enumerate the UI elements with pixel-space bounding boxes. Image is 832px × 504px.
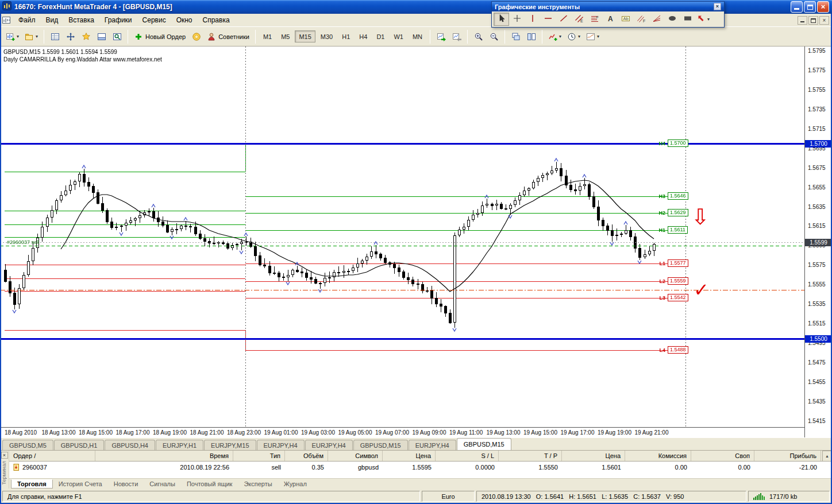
- metaeditor-button[interactable]: [188, 29, 204, 44]
- column-header-3[interactable]: Объём: [285, 451, 328, 461]
- price-chart-canvas[interactable]: [0, 46, 804, 427]
- rectangle-tool-button[interactable]: [680, 13, 695, 26]
- column-header-10[interactable]: Своп: [691, 451, 754, 461]
- templates-button[interactable]: ▾: [583, 29, 602, 44]
- profiles-button[interactable]: ▾: [22, 29, 41, 44]
- chart-tab-7-gbpusd-m15[interactable]: GBPUSD,M15: [353, 440, 408, 450]
- minimize-button[interactable]: [791, 1, 803, 13]
- timeframe-m5-button[interactable]: M5: [277, 30, 294, 42]
- vertical-line-tool-button[interactable]: [525, 13, 540, 26]
- timeframe-m15-button[interactable]: M15: [295, 30, 315, 42]
- column-header-9[interactable]: Комиссия: [625, 451, 691, 461]
- app-icon: [2, 1, 11, 13]
- close-button[interactable]: ×: [817, 1, 829, 13]
- column-header-5[interactable]: Цена: [383, 451, 436, 461]
- strategy-tester-button[interactable]: [109, 29, 125, 44]
- menu-item-4[interactable]: Сервис: [137, 14, 171, 26]
- column-header-0[interactable]: Ордер /: [9, 451, 95, 461]
- tiles-icon: [527, 32, 536, 41]
- timeframe-h1-button[interactable]: H1: [338, 30, 354, 42]
- chart-tab-0-gbpusd-m5[interactable]: GBPUSD,M5: [2, 440, 53, 450]
- terminal-close-button[interactable]: ×: [1, 452, 8, 459]
- chart-tab-4-eurjpy-m15[interactable]: EURJPY,M15: [204, 440, 256, 450]
- price-axis[interactable]: 1.57951.57751.57551.57351.57151.56951.56…: [804, 46, 832, 437]
- chart-tab-6-eurjpy-h4[interactable]: EURJPY,H4: [305, 440, 353, 450]
- terminal-tab-2[interactable]: Новости: [108, 479, 144, 489]
- chart-tab-8-eurjpy-h4[interactable]: EURJPY,H4: [409, 440, 456, 450]
- fibonacci-fan-tool-button[interactable]: [649, 13, 664, 26]
- fibonacci-channel-tool-button[interactable]: F: [633, 13, 649, 26]
- chart-shift-button[interactable]: [449, 29, 464, 44]
- menu-item-1[interactable]: Вид: [41, 14, 64, 26]
- terminal-toggle-button[interactable]: [94, 29, 109, 44]
- column-header-1[interactable]: Время: [95, 451, 233, 461]
- menu-item-3[interactable]: Графики: [99, 14, 137, 26]
- fibonacci-channel-icon: F: [637, 14, 646, 25]
- floating-toolbar-titlebar[interactable]: Графические инструменты ×: [492, 2, 724, 11]
- terminal-tab-3[interactable]: Сигналы: [144, 479, 181, 489]
- crosshair-tool-button[interactable]: [509, 13, 525, 26]
- mdi-close-button[interactable]: ×: [819, 16, 829, 25]
- text-tool-button[interactable]: A: [602, 13, 618, 26]
- terminal-tab-0[interactable]: Торговля: [11, 479, 53, 489]
- terminal-tab-4[interactable]: Почтовый ящик: [181, 479, 238, 489]
- timeframe-m1-button[interactable]: M1: [259, 30, 276, 42]
- red-check-object[interactable]: ✓: [694, 281, 709, 299]
- floating-toolbar-close-button[interactable]: ×: [714, 3, 721, 10]
- terminal-tab-1[interactable]: История Счета: [53, 479, 108, 489]
- chart-tab-1-gbpusd-h1[interactable]: GBPUSD,H1: [54, 440, 105, 450]
- fibonacci-retracement-tool-button[interactable]: F: [587, 13, 602, 26]
- timeframe-h4-button[interactable]: H4: [355, 30, 371, 42]
- cursor-tool-button[interactable]: [494, 13, 509, 26]
- timeframe-mn-button[interactable]: MN: [409, 30, 426, 42]
- column-header-7[interactable]: T / P: [499, 451, 562, 461]
- menu-item-2[interactable]: Вставка: [63, 14, 99, 26]
- trendline-tool-button[interactable]: [556, 13, 571, 26]
- zoom-in-button[interactable]: [471, 29, 486, 44]
- chart-tab-2-gbpusd-h4[interactable]: GBPUSD,H4: [105, 440, 155, 450]
- tile-windows-button[interactable]: [523, 29, 539, 44]
- order-row[interactable]: 29600372010.08.19 22:56sell0.35gbpusd1.5…: [9, 462, 822, 473]
- order-cell-4: gbpusd: [328, 462, 383, 473]
- navigator-button[interactable]: [78, 29, 94, 44]
- equidistant-channel-tool-button[interactable]: E: [571, 13, 587, 26]
- horizontal-line-tool-button[interactable]: [540, 13, 556, 26]
- mdi-minimize-button[interactable]: [798, 16, 807, 25]
- chart-tab-5-eurjpy-h4[interactable]: EURJPY,H4: [257, 440, 305, 450]
- column-header-4[interactable]: Символ: [328, 451, 383, 461]
- arrows-tool-button[interactable]: ▾: [695, 13, 711, 26]
- menu-item-6[interactable]: Справка: [198, 14, 235, 26]
- restore-button[interactable]: [804, 1, 816, 13]
- indicators-button[interactable]: ▾: [545, 29, 564, 44]
- text-label-tool-button[interactable]: Ab: [618, 13, 633, 26]
- mdi-restore-button[interactable]: [808, 16, 818, 25]
- column-header-6[interactable]: S / L: [436, 451, 499, 461]
- new-chart-button[interactable]: ▾: [3, 29, 22, 44]
- time-axis[interactable]: 18 Aug 201018 Aug 13:0018 Aug 15:0018 Au…: [0, 427, 804, 437]
- zoom-out-button[interactable]: [486, 29, 502, 44]
- chart-tab-9-gbpusd-m15[interactable]: GBPUSD,M15: [457, 438, 511, 450]
- data-window-button[interactable]: [63, 29, 78, 44]
- expert-advisors-button[interactable]: Советники: [204, 29, 252, 44]
- market-watch-button[interactable]: [47, 29, 63, 44]
- cascade-windows-button[interactable]: [508, 29, 523, 44]
- timeframe-w1-button[interactable]: W1: [390, 30, 407, 42]
- terminal-tab-5[interactable]: Эксперты: [238, 479, 278, 489]
- timeframe-m30-button[interactable]: M30: [317, 30, 337, 42]
- red-down-arrow-object[interactable]: ⇩: [691, 206, 710, 228]
- terminal-tab-6[interactable]: Журнал: [278, 479, 313, 489]
- ellipse-tool-button[interactable]: [664, 13, 680, 26]
- menu-item-5[interactable]: Окно: [171, 14, 198, 26]
- periods-button[interactable]: ▾: [564, 29, 583, 44]
- chart-tab-3-eurjpy-h1[interactable]: EURJPY,H1: [156, 440, 203, 450]
- column-header-8[interactable]: Цена: [562, 451, 625, 461]
- level-name: L1: [654, 261, 665, 266]
- timeframe-d1-button[interactable]: D1: [372, 30, 388, 42]
- autoscroll-button[interactable]: [433, 29, 449, 44]
- column-header-11[interactable]: Прибыль: [754, 451, 821, 461]
- menu-item-0[interactable]: Файл: [13, 14, 41, 26]
- price-tick-label: 1.5455: [808, 379, 826, 385]
- time-tick-label: 19 Aug 21:00: [635, 429, 669, 436]
- column-header-2[interactable]: Тип: [233, 451, 285, 461]
- new-order-button[interactable]: Новый Ордер: [131, 29, 188, 44]
